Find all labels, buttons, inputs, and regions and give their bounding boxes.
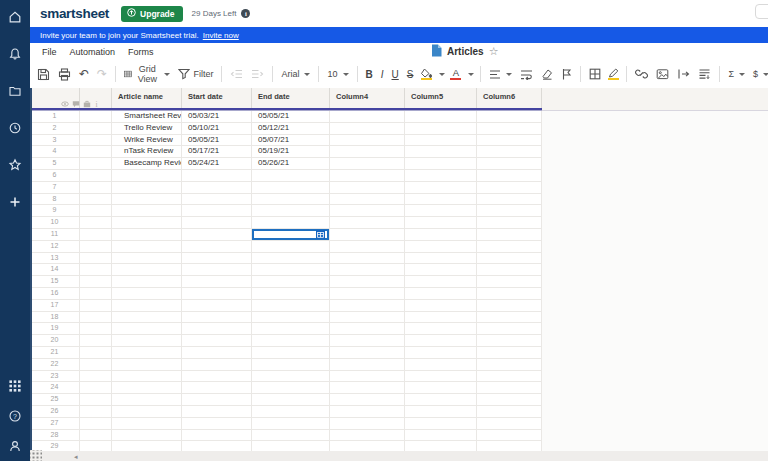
grid-cell[interactable] [405, 418, 477, 430]
grid-cell[interactable] [252, 335, 330, 347]
column-header-start-date[interactable]: Start date [182, 88, 252, 110]
view-selector[interactable]: Grid View [122, 63, 172, 85]
row-number[interactable]: 25 [30, 394, 80, 406]
menu-automation[interactable]: Automation [70, 47, 116, 57]
grid-cell[interactable] [330, 229, 405, 241]
grid-cell[interactable] [182, 288, 252, 300]
grid-cell[interactable] [182, 359, 252, 371]
grid-cell[interactable] [330, 323, 405, 335]
grid-cell[interactable] [252, 205, 330, 217]
grid-cell[interactable] [477, 382, 542, 394]
grid-cell[interactable] [182, 217, 252, 229]
grid-cell[interactable] [112, 430, 182, 442]
grid-cell[interactable] [405, 359, 477, 371]
grid-cell[interactable] [477, 229, 542, 241]
grid-cell[interactable] [477, 359, 542, 371]
grid-cell[interactable] [182, 205, 252, 217]
row-action-cell[interactable] [80, 205, 112, 217]
grid-cell[interactable] [112, 264, 182, 276]
grid-cell[interactable] [477, 406, 542, 418]
grid-cell[interactable] [112, 288, 182, 300]
grid-cell[interactable]: nTask Review [112, 146, 182, 158]
grid-cell[interactable] [330, 288, 405, 300]
row-number[interactable]: 10 [30, 217, 80, 229]
info-icon[interactable]: i [241, 9, 250, 18]
grid-cell[interactable] [112, 229, 182, 241]
grid-cell[interactable] [112, 312, 182, 324]
grid-cell[interactable] [477, 347, 542, 359]
grid-cell[interactable]: 05/03/21 [182, 111, 252, 123]
grid-cell[interactable]: 05/24/21 [182, 158, 252, 170]
row-number[interactable]: 28 [30, 430, 80, 442]
row-action-cell[interactable] [80, 158, 112, 170]
grid-cell[interactable] [330, 146, 405, 158]
row-action-cell[interactable] [80, 394, 112, 406]
row-number[interactable]: 22 [30, 359, 80, 371]
grid-cell[interactable] [252, 382, 330, 394]
row-number[interactable]: 23 [30, 371, 80, 383]
underline-button[interactable]: U [390, 68, 401, 81]
save-button[interactable] [35, 67, 52, 82]
grid-cell[interactable] [182, 323, 252, 335]
row-action-cell[interactable] [80, 288, 112, 300]
chevron-down-icon[interactable] [439, 73, 445, 76]
row-action-cell[interactable] [80, 300, 112, 312]
grid-cell[interactable] [477, 111, 542, 123]
grid-cell[interactable] [405, 229, 477, 241]
cell-indent-button[interactable] [675, 67, 692, 81]
bold-button[interactable]: B [364, 68, 375, 81]
indent-button[interactable] [249, 67, 266, 81]
grid-cell[interactable] [405, 158, 477, 170]
text-rows-button[interactable] [696, 67, 713, 81]
grid-cell[interactable]: 05/05/21 [182, 135, 252, 147]
grid-cell[interactable] [182, 229, 252, 241]
italic-button[interactable]: I [379, 68, 386, 81]
row-action-cell[interactable] [80, 418, 112, 430]
image-button[interactable] [654, 67, 671, 81]
grid-cell[interactable] [252, 323, 330, 335]
row-action-cell[interactable] [80, 382, 112, 394]
grid-cell[interactable] [330, 111, 405, 123]
grid-cell[interactable] [477, 158, 542, 170]
grid-cell[interactable] [330, 406, 405, 418]
grid-cell[interactable] [182, 430, 252, 442]
grid-cell[interactable] [182, 347, 252, 359]
grid-cell[interactable] [477, 217, 542, 229]
grid-cell[interactable] [405, 135, 477, 147]
wrap-text-button[interactable] [518, 68, 535, 81]
grid-cell[interactable] [182, 300, 252, 312]
grid-cell[interactable]: Basecamp Review [112, 158, 182, 170]
grid-cell[interactable] [330, 170, 405, 182]
grid-cell[interactable] [477, 394, 542, 406]
grid-cell[interactable] [330, 264, 405, 276]
grid-cell[interactable] [252, 359, 330, 371]
grid-cell[interactable] [477, 264, 542, 276]
grid-cell[interactable] [112, 394, 182, 406]
grid-cell[interactable] [252, 276, 330, 288]
grid-cell[interactable] [252, 430, 330, 442]
row-action-cell[interactable] [80, 312, 112, 324]
grid-cell[interactable]: Trello Review [112, 123, 182, 135]
grid-cell[interactable] [405, 347, 477, 359]
row-number[interactable]: 21 [30, 347, 80, 359]
grid-cell[interactable] [405, 264, 477, 276]
grid-cell[interactable]: 05/19/21 [252, 146, 330, 158]
grid-cell[interactable] [112, 276, 182, 288]
row-number[interactable]: 16 [30, 288, 80, 300]
row-action-cell[interactable] [80, 111, 112, 123]
row-number[interactable]: 11 [30, 229, 80, 241]
grid-cell[interactable] [405, 288, 477, 300]
grid-cell[interactable] [330, 205, 405, 217]
row-number[interactable]: 2 [30, 123, 80, 135]
row-action-cell[interactable] [80, 371, 112, 383]
row-action-cell[interactable] [80, 170, 112, 182]
grid-cell[interactable] [405, 371, 477, 383]
grid-cell[interactable] [112, 406, 182, 418]
grid-cell[interactable] [252, 418, 330, 430]
grid-cell[interactable] [252, 170, 330, 182]
grid-cell[interactable] [112, 371, 182, 383]
grid-cell[interactable] [252, 312, 330, 324]
row-number[interactable]: 5 [30, 158, 80, 170]
grid-cell[interactable] [182, 194, 252, 206]
align-button[interactable] [487, 68, 514, 81]
